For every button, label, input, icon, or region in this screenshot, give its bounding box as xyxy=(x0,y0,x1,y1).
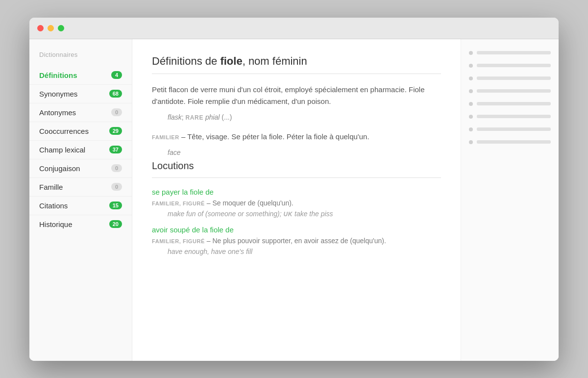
locution-2-translation: have enough, have one's fill xyxy=(168,248,441,255)
sidebar: Dictionnaires Définitions 4 Synonymes 68… xyxy=(29,39,132,361)
placeholder-row-8 xyxy=(469,140,551,144)
placeholder-dot xyxy=(469,64,473,68)
sidebar-item-antonymes[interactable]: Antonymes 0 xyxy=(29,103,132,122)
placeholder-bar xyxy=(477,89,551,93)
sidebar-item-historique[interactable]: Historique 20 xyxy=(29,215,132,233)
right-panel xyxy=(461,39,559,361)
sidebar-badge-famille: 0 xyxy=(111,183,122,191)
placeholder-dot xyxy=(469,102,473,106)
window-content: Dictionnaires Définitions 4 Synonymes 68… xyxy=(29,39,559,361)
placeholder-bar xyxy=(477,102,551,105)
app-window: Dictionnaires Définitions 4 Synonymes 68… xyxy=(29,18,559,361)
sidebar-item-label: Synonymes xyxy=(39,90,77,98)
translation-2-text: face xyxy=(168,149,180,156)
locution-1-uk-label: UK xyxy=(284,211,293,218)
translation-2: face xyxy=(168,149,441,156)
locution-1-translation-uk: take the piss xyxy=(294,210,333,218)
sidebar-item-label: Citations xyxy=(39,202,68,210)
word: fiole xyxy=(220,55,242,67)
placeholder-bar xyxy=(477,64,551,67)
locution-1-label: FAMILIER, FIGURÉ xyxy=(152,201,205,206)
sidebar-badge-historique: 20 xyxy=(109,220,122,228)
locution-2-label: FAMILIER, FIGURÉ xyxy=(152,238,205,244)
sidebar-title: Dictionnaires xyxy=(29,51,132,66)
locution-1-translation-main: make fun of (someone or something) xyxy=(168,210,280,218)
sidebar-badge-antonymes: 0 xyxy=(111,108,122,116)
placeholder-dot xyxy=(469,127,473,131)
sidebar-item-label: Antonymes xyxy=(39,108,76,117)
placeholder-bar xyxy=(477,140,551,144)
locution-2: avoir soupé de la fiole de FAMILIER, FIG… xyxy=(152,226,441,255)
page-title-prefix: Définitions de xyxy=(152,55,220,67)
placeholder-row-1 xyxy=(469,51,551,55)
minimize-button[interactable] xyxy=(48,25,54,31)
placeholder-bar xyxy=(477,76,551,80)
placeholder-row-5 xyxy=(469,102,551,106)
definition-2-text: – Tête, visage. Se péter la fiole. Péter… xyxy=(181,132,369,141)
locution-1: se payer la fiole de FAMILIER, FIGURÉ – … xyxy=(152,188,441,218)
sidebar-item-conjugaison[interactable]: Conjugaison 0 xyxy=(29,159,132,178)
maximize-button[interactable] xyxy=(58,25,64,31)
rare-label: RARE xyxy=(186,114,203,121)
locution-1-translation: make fun of (someone or something); UK t… xyxy=(168,210,441,218)
placeholder-bar xyxy=(477,127,551,131)
placeholder-row-7 xyxy=(469,127,551,131)
titlebar xyxy=(29,18,559,39)
sidebar-item-champ-lexical[interactable]: Champ lexical 37 xyxy=(29,141,132,159)
placeholder-dot xyxy=(469,115,473,119)
main-content: Définitions de fiole, nom féminin Petit … xyxy=(132,39,461,361)
locution-2-translation-text: have enough, have one's fill xyxy=(168,248,252,255)
placeholder-row-6 xyxy=(469,115,551,119)
sidebar-item-label: Historique xyxy=(39,220,73,228)
translation-1-more: (...) xyxy=(221,113,232,121)
locutions-divider xyxy=(152,177,441,178)
sidebar-badge-synonymes: 68 xyxy=(109,90,122,98)
placeholder-dot xyxy=(469,140,473,144)
sidebar-item-cooccurrences[interactable]: Cooccurrences 29 xyxy=(29,122,132,141)
placeholder-dot xyxy=(469,51,473,55)
locution-1-desc-text: – Se moquer de (quelqu'un). xyxy=(207,199,294,207)
close-button[interactable] xyxy=(37,25,44,31)
placeholder-dot xyxy=(469,76,473,80)
sidebar-badge-definitions: 4 xyxy=(111,71,122,79)
traffic-lights xyxy=(37,25,64,31)
locution-2-desc: FAMILIER, FIGURÉ – Ne plus pouvoir suppo… xyxy=(152,237,441,245)
sidebar-item-citations[interactable]: Citations 15 xyxy=(29,197,132,215)
sidebar-badge-citations: 15 xyxy=(109,202,122,209)
sidebar-badge-conjugaison: 0 xyxy=(111,164,122,172)
placeholder-dot xyxy=(469,89,473,93)
placeholder-row-3 xyxy=(469,76,551,80)
locution-1-title: se payer la fiole de xyxy=(152,188,441,196)
definition-2: FAMILIER – Tête, visage. Se péter la fio… xyxy=(152,131,441,143)
section-locutions-title: Locutions xyxy=(152,160,441,172)
placeholder-row-2 xyxy=(469,64,551,68)
word-info: , nom féminin xyxy=(243,55,307,67)
page-title: Définitions de fiole, nom féminin xyxy=(152,55,441,68)
placeholder-bar xyxy=(477,51,551,54)
familier-label: FAMILIER xyxy=(152,134,179,140)
placeholder-row-4 xyxy=(469,89,551,93)
title-divider xyxy=(152,74,441,74)
sidebar-item-synonymes[interactable]: Synonymes 68 xyxy=(29,85,132,103)
sidebar-item-label: Conjugaison xyxy=(39,164,80,173)
sidebar-item-definitions[interactable]: Définitions 4 xyxy=(29,66,132,85)
sidebar-item-label: Définitions xyxy=(39,71,77,79)
translation-1: flask; RARE phial (...) xyxy=(168,113,441,121)
locution-2-title: avoir soupé de la fiole de xyxy=(152,226,441,234)
sidebar-badge-cooccurrences: 29 xyxy=(109,127,122,135)
sidebar-item-label: Cooccurrences xyxy=(39,127,89,135)
translation-1-rare: phial xyxy=(205,113,220,121)
translation-1-main: flask xyxy=(168,113,182,121)
locution-1-desc: FAMILIER, FIGURÉ – Se moquer de (quelqu'… xyxy=(152,199,441,207)
locution-2-desc-text: – Ne plus pouvoir supporter, en avoir as… xyxy=(207,237,386,245)
sidebar-item-label: Champ lexical xyxy=(39,146,85,154)
definition-1: Petit flacon de verre muni d'un col étro… xyxy=(152,84,441,107)
sidebar-item-famille[interactable]: Famille 0 xyxy=(29,178,132,197)
sidebar-item-label: Famille xyxy=(39,183,63,191)
sidebar-badge-champ-lexical: 37 xyxy=(109,146,122,153)
placeholder-bar xyxy=(477,115,551,118)
